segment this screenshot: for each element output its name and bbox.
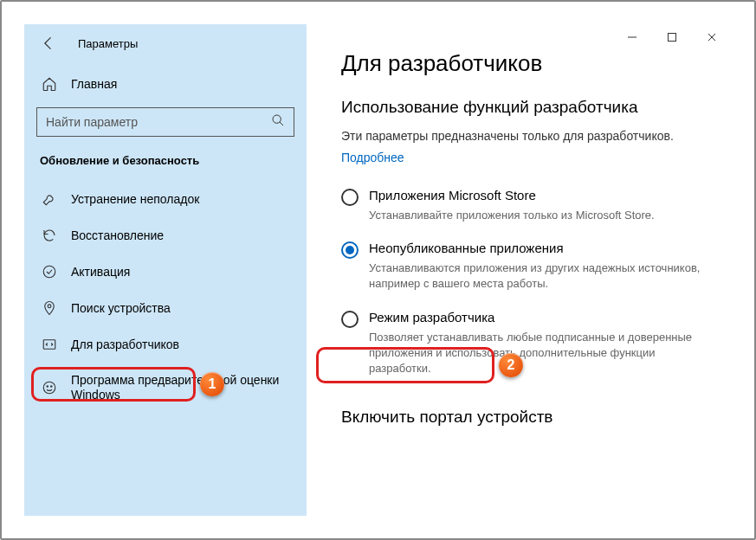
back-button[interactable]: [40, 35, 57, 52]
sidebar-section-title: Обновление и безопасность: [24, 137, 307, 176]
settings-window: Параметры Главная Обновление и безопасно…: [24, 24, 733, 516]
option-help: Устанавливаются приложения из других над…: [369, 260, 708, 292]
option-store[interactable]: Приложения Microsoft Store Устанавливайт…: [341, 188, 708, 223]
section-description: Эти параметры предназначены только для р…: [341, 129, 708, 143]
home-icon: [42, 76, 57, 92]
option-label: Режим разработчика: [369, 310, 708, 325]
option-sideload[interactable]: Неопубликованные приложения Устанавливаю…: [341, 241, 708, 292]
sidebar-item-label: Поиск устройства: [71, 301, 171, 316]
option-help: Устанавливайте приложения только из Micr…: [369, 208, 655, 223]
minimize-button[interactable]: [612, 24, 652, 50]
sidebar-item-label: Восстановление: [71, 228, 164, 243]
sidebar-item-label: Программа предварительной оценки Windows: [71, 373, 291, 402]
option-help: Позволяет устанавливать любые подписанны…: [369, 330, 708, 377]
option-label: Приложения Microsoft Store: [369, 188, 655, 202]
svg-point-2: [48, 305, 51, 308]
section-heading-portal: Включить портал устройств: [341, 408, 708, 427]
window-title: Параметры: [78, 37, 138, 50]
option-label: Неопубликованные приложения: [369, 241, 708, 255]
svg-point-4: [43, 382, 55, 394]
option-devmode[interactable]: Режим разработчика Позволяет устанавлива…: [341, 310, 708, 377]
search-input[interactable]: [46, 115, 254, 129]
radio-icon[interactable]: [341, 311, 359, 328]
activation-icon: [42, 264, 57, 280]
sidebar-item-label: Активация: [71, 265, 130, 280]
svg-point-6: [51, 386, 53, 388]
sidebar-item-insider[interactable]: Программа предварительной оценки Windows: [24, 363, 307, 413]
developer-mode-options: Приложения Microsoft Store Устанавливайт…: [341, 188, 708, 376]
svg-rect-3: [43, 340, 55, 350]
svg-point-0: [273, 115, 281, 123]
insider-icon: [42, 380, 57, 395]
window-controls: [612, 24, 732, 50]
sidebar-home-label: Главная: [71, 77, 117, 91]
search-icon: [271, 113, 285, 131]
sidebar-item-activation[interactable]: Активация: [24, 254, 307, 290]
sidebar-item-label: Устранение неполадок: [71, 192, 199, 207]
location-icon: [42, 300, 57, 316]
learn-more-link[interactable]: Подробнее: [341, 151, 404, 164]
svg-point-5: [47, 386, 48, 388]
sidebar-home[interactable]: Главная: [24, 68, 307, 100]
search-box[interactable]: [36, 107, 294, 137]
sidebar-item-find-device[interactable]: Поиск устройства: [24, 290, 307, 326]
svg-rect-7: [669, 34, 676, 42]
radio-icon[interactable]: [341, 189, 359, 206]
page-title: Для разработчиков: [341, 50, 708, 77]
radio-icon[interactable]: [341, 241, 359, 259]
sidebar-item-troubleshoot[interactable]: Устранение неполадок: [24, 181, 307, 217]
sidebar-item-for-developers[interactable]: Для разработчиков: [24, 326, 307, 363]
recovery-icon: [42, 228, 57, 243]
sidebar-item-label: Для разработчиков: [71, 338, 179, 352]
sidebar: Параметры Главная Обновление и безопасно…: [24, 24, 307, 516]
wrench-icon: [42, 191, 57, 207]
content-pane: Для разработчиков Использование функций …: [307, 24, 733, 516]
svg-point-1: [43, 266, 55, 278]
sidebar-item-recovery[interactable]: Восстановление: [24, 217, 307, 254]
close-button[interactable]: [692, 24, 732, 50]
maximize-button[interactable]: [652, 24, 692, 50]
developer-icon: [42, 337, 57, 352]
section-heading: Использование функций разработчика: [341, 98, 708, 117]
sidebar-nav: Устранение неполадок Восстановление Акти…: [24, 181, 307, 413]
